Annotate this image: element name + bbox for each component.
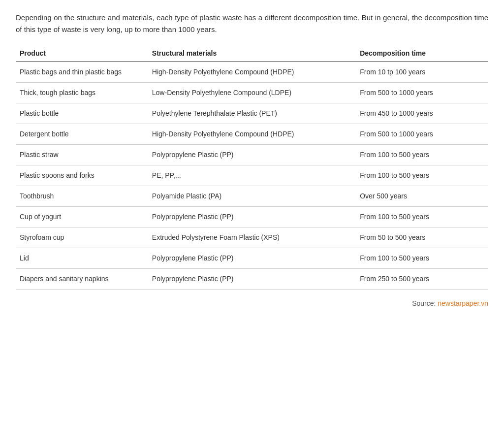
table-row: Cup of yogurtPolypropylene Plastic (PP)F… — [16, 207, 488, 227]
cell-decomposition: From 100 to 500 years — [356, 165, 488, 186]
header-material: Structural materials — [148, 45, 356, 62]
cell-decomposition: From 500 to 1000 years — [356, 124, 488, 145]
cell-product: Plastic bottle — [16, 103, 148, 124]
header-decomposition: Decomposition time — [356, 45, 488, 62]
table-row: LidPolypropylene Plastic (PP)From 100 to… — [16, 248, 488, 269]
cell-decomposition: From 100 to 500 years — [356, 145, 488, 165]
cell-material: Low-Density Polyethylene Compound (LDPE) — [148, 83, 356, 103]
cell-decomposition: From 100 to 500 years — [356, 248, 488, 269]
cell-material: High-Density Polyethylene Compound (HDPE… — [148, 62, 356, 83]
cell-product: Detergent bottle — [16, 124, 148, 145]
page-container: Depending on the structure and materials… — [0, 0, 504, 421]
header-product: Product — [16, 45, 148, 62]
cell-material: Polypropylene Plastic (PP) — [148, 145, 356, 165]
cell-material: Extruded Polystyrene Foam Plastic (XPS) — [148, 227, 356, 248]
cell-decomposition: From 500 to 1000 years — [356, 83, 488, 103]
cell-material: PE, PP,... — [148, 165, 356, 186]
cell-material: Polypropylene Plastic (PP) — [148, 248, 356, 269]
table-row: Plastic bags and thin plastic bagsHigh-D… — [16, 62, 488, 83]
cell-product: Styrofoam cup — [16, 227, 148, 248]
table-row: ToothbrushPolyamide Plastic (PA)Over 500… — [16, 186, 488, 207]
cell-material: Polypropylene Plastic (PP) — [148, 207, 356, 227]
cell-material: Polyethylene Terephthalate Plastic (PET) — [148, 103, 356, 124]
cell-decomposition: From 100 to 500 years — [356, 207, 488, 227]
cell-material: Polypropylene Plastic (PP) — [148, 269, 356, 290]
cell-decomposition: From 450 to 1000 years — [356, 103, 488, 124]
cell-product: Diapers and sanitary napkins — [16, 269, 148, 290]
cell-decomposition: From 50 to 500 years — [356, 227, 488, 248]
cell-decomposition: Over 500 years — [356, 186, 488, 207]
table-row: Plastic spoons and forksPE, PP,...From 1… — [16, 165, 488, 186]
table-row: Styrofoam cupExtruded Polystyrene Foam P… — [16, 227, 488, 248]
cell-product: Plastic straw — [16, 145, 148, 165]
cell-product: Lid — [16, 248, 148, 269]
cell-product: Thick, tough plastic bags — [16, 83, 148, 103]
cell-decomposition: From 250 to 500 years — [356, 269, 488, 290]
plastic-waste-table: Product Structural materials Decompositi… — [16, 45, 488, 290]
cell-product: Cup of yogurt — [16, 207, 148, 227]
cell-material: High-Density Polyethylene Compound (HDPE… — [148, 124, 356, 145]
cell-material: Polyamide Plastic (PA) — [148, 186, 356, 207]
table-row: Diapers and sanitary napkinsPolypropylen… — [16, 269, 488, 290]
cell-product: Toothbrush — [16, 186, 148, 207]
cell-product: Plastic bags and thin plastic bags — [16, 62, 148, 83]
table-header-row: Product Structural materials Decompositi… — [16, 45, 488, 62]
table-row: Thick, tough plastic bagsLow-Density Pol… — [16, 83, 488, 103]
source-line: Source: newstarpaper.vn — [16, 299, 488, 307]
cell-decomposition: From 10 tp 100 years — [356, 62, 488, 83]
intro-paragraph: Depending on the structure and materials… — [16, 12, 488, 35]
table-row: Detergent bottleHigh-Density Polyethylen… — [16, 124, 488, 145]
table-row: Plastic bottlePolyethylene Terephthalate… — [16, 103, 488, 124]
cell-product: Plastic spoons and forks — [16, 165, 148, 186]
table-row: Plastic strawPolypropylene Plastic (PP)F… — [16, 145, 488, 165]
source-link[interactable]: newstarpaper.vn — [438, 299, 488, 307]
source-label: Source: — [412, 299, 436, 307]
